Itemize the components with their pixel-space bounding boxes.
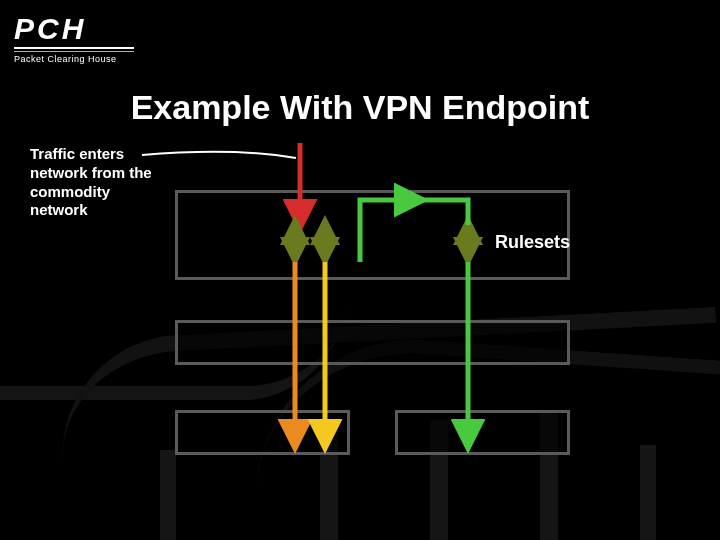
layer-internal-a — [175, 410, 350, 455]
traffic-entry-annotation: Traffic enters network from the commodit… — [30, 145, 170, 220]
logo-tagline: Packet Clearing House — [14, 54, 134, 64]
pch-logo: PCH Packet Clearing House — [14, 14, 134, 64]
layer-middle — [175, 320, 570, 365]
layer-internal-b — [395, 410, 570, 455]
slide-title: Example With VPN Endpoint — [0, 88, 720, 127]
rulesets-label: Rulesets — [495, 232, 570, 253]
